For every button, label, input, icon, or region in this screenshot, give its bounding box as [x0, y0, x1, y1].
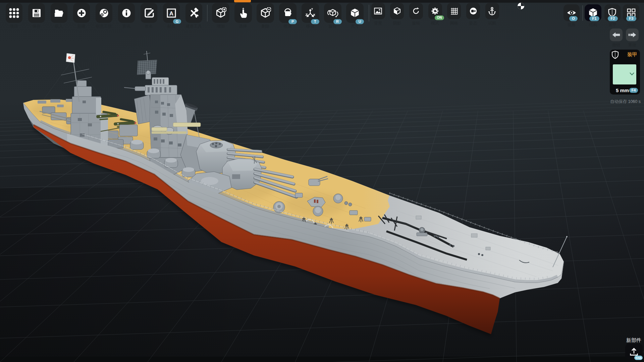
svg-text:A: A: [169, 10, 173, 16]
